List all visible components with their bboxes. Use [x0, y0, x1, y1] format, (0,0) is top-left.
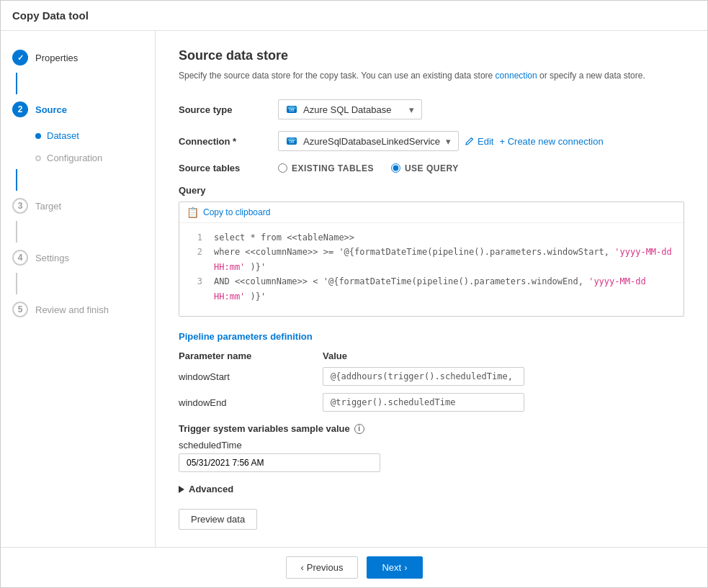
connector-target-settings	[16, 221, 17, 243]
connection-label: Connection *	[179, 136, 272, 147]
source-type-select[interactable]: DB Azure SQL Database ▾	[278, 99, 422, 119]
next-chevron-icon: ›	[404, 562, 407, 573]
sidebar-label-review: Review and finish	[35, 304, 109, 315]
scheduled-time-label: scheduledTime	[179, 440, 684, 451]
scheduled-time-input[interactable]	[179, 453, 380, 472]
sub-dot-dataset	[35, 133, 41, 139]
line-num-2: 2	[191, 245, 202, 274]
create-connection-label: + Create new connection	[499, 136, 603, 147]
value-header: Value	[323, 350, 347, 361]
sidebar-subitem-dataset[interactable]: Dataset	[1, 125, 155, 147]
sidebar-subitem-configuration[interactable]: Configuration	[1, 147, 155, 169]
bottom-bar: ‹ Previous Next ›	[1, 547, 707, 587]
connection-chevron-icon: ▾	[446, 136, 451, 147]
param-value-windowstart[interactable]	[323, 367, 524, 386]
step-circle-properties: ✓	[12, 50, 28, 65]
sidebar-item-review[interactable]: 5 Review and finish	[1, 294, 155, 325]
connection-row: Connection * DB AzureSqlDatabaseLinkedSe…	[179, 131, 684, 151]
source-type-chevron-icon: ▾	[409, 104, 414, 115]
param-name-header: Parameter name	[179, 350, 323, 361]
sidebar-sublabel-configuration: Configuration	[47, 153, 102, 163]
code-text-3: AND <<columnName>> < '@{formatDateTime(p…	[214, 274, 672, 304]
source-tables-row: Source tables EXISTING TABLES USE QUERY	[179, 163, 684, 173]
code-line-3: 3 AND <<columnName>> < '@{formatDateTime…	[191, 274, 672, 304]
use-query-radio[interactable]	[391, 163, 400, 173]
create-connection-link[interactable]: + Create new connection	[499, 136, 603, 147]
query-box: 📋 Copy to clipboard 1 select * from <<ta…	[179, 202, 684, 317]
content-description: Specify the source data store for the co…	[179, 69, 684, 82]
param-row-windowstart: windowStart	[179, 367, 684, 386]
params-section: Pipeline parameters definition Parameter…	[179, 331, 684, 412]
source-tables-control: EXISTING TABLES USE QUERY	[278, 163, 459, 173]
params-header: Parameter name Value	[179, 350, 684, 361]
azure-sql-icon: DB	[286, 104, 297, 115]
step-circle-settings: 4	[12, 250, 28, 266]
existing-tables-radio[interactable]	[278, 163, 287, 173]
connection-value: AzureSqlDatabaseLinkedService	[303, 136, 440, 147]
app-title: Copy Data tool	[12, 9, 89, 22]
code-area[interactable]: 1 select * from <<tableName>> 2 where <<…	[179, 223, 684, 311]
sidebar-item-source[interactable]: 2 Source	[1, 94, 155, 125]
query-section: Query 📋 Copy to clipboard 1 select * fro…	[179, 185, 684, 317]
connector-settings-review	[16, 273, 17, 294]
code-line-2: 2 where <<columnName>> >= '@{formatDateT…	[191, 245, 672, 274]
edit-link[interactable]: Edit	[465, 136, 493, 147]
source-tables-label: Source tables	[179, 163, 272, 173]
code-line-1: 1 select * from <<tableName>>	[191, 230, 672, 245]
param-row-windowend: windowEnd	[179, 393, 684, 412]
sidebar-sublabel-dataset: Dataset	[47, 130, 79, 141]
previous-label: Previous	[307, 562, 344, 573]
page-title: Source data store	[179, 48, 684, 63]
code-text-2: where <<columnName>> >= '@{formatDateTim…	[214, 245, 672, 274]
param-value-windowend[interactable]	[323, 393, 524, 412]
sidebar-label-source: Source	[35, 104, 67, 115]
trigger-label: Trigger system variables sample value i	[179, 423, 684, 434]
sidebar-label-properties: Properties	[35, 53, 78, 63]
source-tables-radio-group: EXISTING TABLES USE QUERY	[278, 163, 459, 173]
preview-data-button[interactable]: Preview data	[179, 509, 257, 530]
previous-chevron-icon: ‹	[301, 562, 304, 573]
info-icon[interactable]: i	[354, 424, 364, 434]
source-type-value: Azure SQL Database	[303, 104, 391, 115]
step-circle-target: 3	[12, 198, 28, 214]
sidebar-item-target[interactable]: 3 Target	[1, 191, 155, 221]
sidebar-item-settings[interactable]: 4 Settings	[1, 243, 155, 273]
query-label: Query	[179, 185, 684, 196]
previous-button[interactable]: ‹ Previous	[286, 556, 359, 579]
sidebar-label-settings: Settings	[35, 253, 69, 263]
step-circle-source: 2	[12, 101, 28, 117]
line-num-1: 1	[191, 230, 202, 245]
params-title: Pipeline parameters definition	[179, 331, 684, 342]
triangle-icon	[179, 486, 184, 493]
content-area: Source data store Specify the source dat…	[156, 31, 707, 547]
connection-select[interactable]: DB AzureSqlDatabaseLinkedService ▾	[278, 131, 459, 151]
code-text-1: select * from <<tableName>>	[214, 230, 354, 245]
next-button[interactable]: Next ›	[367, 556, 422, 579]
param-name-windowend: windowEnd	[179, 397, 323, 408]
edit-icon	[465, 136, 475, 146]
source-type-control: DB Azure SQL Database ▾	[278, 99, 422, 119]
existing-tables-option[interactable]: EXISTING TABLES	[278, 163, 374, 173]
sidebar-item-properties[interactable]: ✓ Properties	[1, 42, 155, 73]
use-query-option[interactable]: USE QUERY	[391, 163, 459, 173]
param-name-windowstart: windowStart	[179, 371, 323, 382]
sidebar: ✓ Properties 2 Source Dataset Configurat…	[1, 31, 156, 547]
copy-clipboard-link[interactable]: Copy to clipboard	[203, 207, 270, 217]
svg-text:DB: DB	[290, 108, 295, 112]
svg-text:DB: DB	[290, 140, 295, 144]
clipboard-icon: 📋	[187, 207, 199, 218]
connector-properties-source	[16, 73, 17, 94]
trigger-label-text: Trigger system variables sample value	[179, 423, 350, 434]
sub-dot-configuration	[35, 155, 41, 161]
query-toolbar: 📋 Copy to clipboard	[179, 202, 684, 223]
connection-control: DB AzureSqlDatabaseLinkedService ▾ Edit …	[278, 131, 604, 151]
advanced-label: Advanced	[189, 484, 233, 494]
line-num-3: 3	[191, 274, 202, 304]
edit-label: Edit	[478, 136, 493, 147]
source-type-row: Source type DB Azure SQL Database ▾	[179, 99, 684, 119]
title-bar: Copy Data tool	[1, 1, 707, 31]
advanced-section: Advanced	[179, 484, 684, 494]
advanced-toggle[interactable]: Advanced	[179, 484, 684, 494]
connection-link[interactable]: connection	[496, 71, 537, 81]
connector-source-target	[16, 169, 17, 191]
